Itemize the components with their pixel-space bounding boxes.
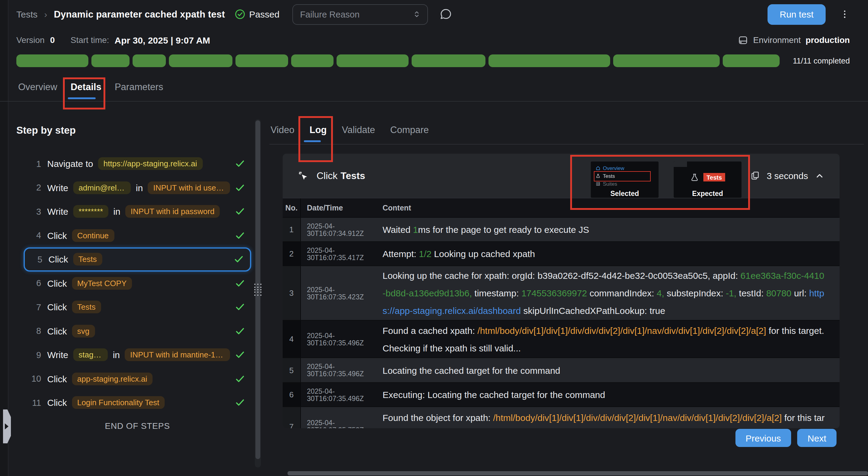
tab-compare[interactable]: Compare — [389, 116, 430, 144]
selected-thumbnail[interactable]: OverviewTestsSuites Selected — [591, 162, 658, 198]
check-icon — [235, 398, 245, 408]
log-card-header: ClickTests OverviewTestsSuites Selected — [283, 154, 840, 198]
log-segment: testId: — [736, 288, 766, 298]
progress-segment — [337, 54, 409, 67]
steps-list: 1Navigate tohttps://app-staging.relicx.a… — [24, 152, 251, 415]
log-table-header: No. Date/Time Content — [283, 198, 840, 217]
step-row-5[interactable]: 5ClickTests — [24, 247, 251, 271]
page-title: Dynamic parameter cached xpath test — [54, 9, 225, 20]
previous-button[interactable]: Previous — [736, 429, 792, 447]
step-row-9[interactable]: 9WritestaginginINPUT with id mantine-17z… — [24, 343, 251, 367]
step-row-7[interactable]: 7ClickTests — [24, 295, 251, 319]
step-number: 4 — [30, 231, 41, 240]
log-card: ClickTests OverviewTestsSuites Selected — [283, 154, 840, 428]
step-action: Write — [47, 207, 68, 217]
step-row-3[interactable]: 3Write********inINPUT with id password — [24, 200, 251, 224]
tab-parameters[interactable]: Parameters — [115, 73, 163, 101]
log-row-6: 62025-04-30T16:07:35.496ZExecuting: Loca… — [283, 382, 840, 406]
step-row-2[interactable]: 2Writeadmin@relicx.aiinINPUT with id use… — [24, 176, 251, 200]
tab-log[interactable]: Log — [308, 116, 328, 144]
expected-thumb-notch — [674, 162, 687, 167]
step-action: Click — [47, 326, 67, 336]
panel-expander-flag[interactable] — [3, 409, 11, 443]
log-row-timestamp: 2025-04-30T16:07:34.912Z — [301, 218, 382, 241]
log-segment: Found the object for xpath: — [382, 412, 493, 423]
pager: Previous Next — [736, 429, 837, 447]
step-action: Write — [47, 350, 68, 360]
log-segment: ms for the page to get ready to execute … — [418, 225, 589, 235]
step-value-chip: ******** — [73, 205, 108, 218]
log-tab-underline — [304, 140, 321, 142]
log-row-timestamp: 2025-04-30T16:07:35.753Z — [301, 407, 382, 428]
log-row-number: 7 — [283, 407, 301, 428]
expected-thumbnail[interactable]: Tests Expected — [674, 162, 742, 198]
log-segment: skipUrlInCachedXPathLookup: true — [521, 305, 665, 316]
run-test-button[interactable]: Run test — [768, 4, 826, 25]
selected-label: Selected — [591, 190, 658, 197]
step-row-8[interactable]: 8Clicksvg — [24, 319, 251, 343]
check-icon — [235, 207, 245, 217]
step-row-10[interactable]: 10Clickapp-staging.relicx.ai — [24, 367, 251, 391]
click-cursor-icon — [297, 170, 309, 181]
step-selector-chip: svg — [72, 325, 95, 338]
environment-drive-icon — [738, 35, 748, 45]
log-row-content: Attempt: 1/2 Looking up cached xpath — [382, 242, 840, 266]
step-value-chip: https://app-staging.relicx.ai — [98, 158, 203, 170]
progress-segment — [291, 54, 334, 67]
app-window: Tests › Dynamic parameter cached xpath t… — [0, 0, 868, 476]
mini-nav-label: Overview — [603, 165, 624, 171]
tab-validate[interactable]: Validate — [341, 116, 376, 144]
failure-reason-select[interactable]: Failure Reason — [292, 4, 428, 25]
step-number: 3 — [30, 207, 41, 216]
flask-icon — [690, 173, 700, 182]
tab-overview[interactable]: Overview — [18, 73, 57, 101]
progress-segment — [169, 54, 232, 67]
comment-bubble-icon[interactable] — [439, 8, 452, 21]
end-of-steps-label: END OF STEPS — [24, 421, 251, 430]
tab-video[interactable]: Video — [269, 116, 296, 144]
log-row-number: 2 — [283, 242, 301, 266]
log-segment: commandIndex: — [587, 288, 657, 298]
step-row-6[interactable]: 6ClickMyTest COPY — [24, 271, 251, 295]
log-segment: 4, — [657, 288, 664, 298]
horizontal-scrollbar[interactable] — [287, 471, 868, 475]
step-row-4[interactable]: 4ClickContinue — [24, 224, 251, 247]
detail-panel: Video Log Validate Compare ClickTests — [261, 102, 868, 476]
log-segment: Looking up cached xpath — [432, 248, 535, 259]
step-action: Click — [49, 254, 68, 265]
environment: Environment production — [738, 35, 850, 45]
copy-icon[interactable] — [750, 171, 760, 181]
panel-splitter-grip[interactable] — [254, 283, 262, 296]
step-action: Click — [47, 278, 67, 288]
log-row-timestamp: 2025-04-30T16:07:35.417Z — [301, 242, 382, 266]
kebab-menu-icon[interactable] — [840, 9, 850, 19]
check-icon — [235, 350, 245, 360]
check-icon — [235, 278, 245, 288]
content-area: Step by step 1Navigate tohttps://app-sta… — [0, 102, 868, 476]
step-number: 11 — [30, 398, 41, 408]
step-row-1[interactable]: 1Navigate tohttps://app-staging.relicx.a… — [24, 152, 251, 176]
step-action: Click — [47, 231, 67, 241]
step-value-chip: staging — [73, 349, 108, 362]
breadcrumb[interactable]: Tests — [17, 9, 37, 19]
check-icon — [235, 374, 245, 384]
next-button[interactable]: Next — [797, 429, 837, 447]
duration-label: 3 seconds — [767, 171, 808, 181]
step-selector-chip: MyTest COPY — [72, 277, 132, 290]
steps-heading: Step by step — [17, 125, 261, 136]
step-number: 9 — [30, 350, 41, 360]
step-number: 2 — [30, 183, 41, 193]
check-icon — [235, 183, 245, 193]
step-row-11[interactable]: 11ClickLogin Functionality Test — [24, 391, 251, 415]
log-segment: /html/body/div[1]/div[1]/div/div/div[2]/… — [493, 412, 782, 423]
chevron-up-icon[interactable] — [815, 171, 825, 180]
tab-details[interactable]: Details — [70, 73, 101, 101]
mini-nav-item-overview: Overview — [591, 164, 658, 172]
step-number: 1 — [30, 159, 41, 169]
check-icon — [235, 159, 245, 169]
status-label: Passed — [249, 9, 279, 19]
log-segment: 1745536369972 — [522, 288, 587, 298]
log-row-number: 1 — [283, 218, 301, 241]
log-table-body: 12025-04-30T16:07:34.912ZWaited 1ms for … — [283, 217, 840, 428]
start-time-value: Apr 30, 2025 | 9:07 AM — [115, 35, 210, 45]
